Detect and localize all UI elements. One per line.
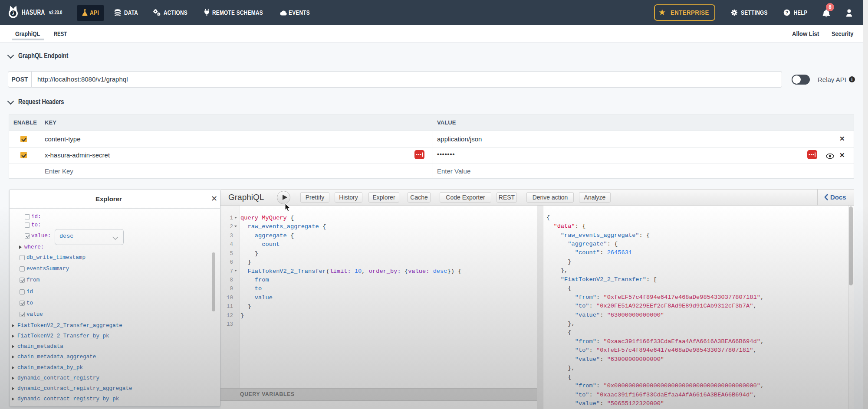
svg-text:λ: λ bbox=[12, 11, 14, 16]
svg-text:?: ? bbox=[786, 10, 789, 15]
